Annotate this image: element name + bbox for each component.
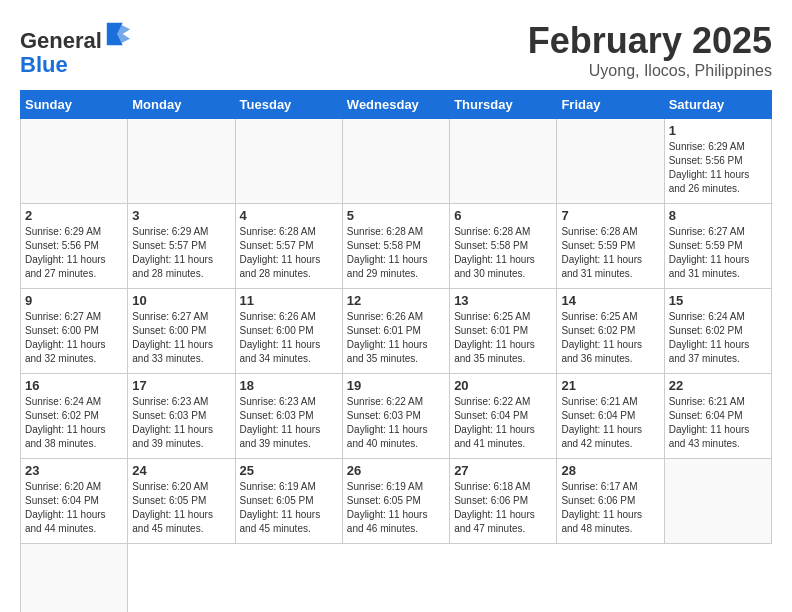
day-number: 19: [347, 378, 445, 393]
day-info: Sunrise: 6:21 AM Sunset: 6:04 PM Dayligh…: [561, 395, 659, 451]
calendar-cell: 7Sunrise: 6:28 AM Sunset: 5:59 PM Daylig…: [557, 204, 664, 289]
day-info: Sunrise: 6:23 AM Sunset: 6:03 PM Dayligh…: [240, 395, 338, 451]
day-info: Sunrise: 6:25 AM Sunset: 6:01 PM Dayligh…: [454, 310, 552, 366]
calendar-cell: 11Sunrise: 6:26 AM Sunset: 6:00 PM Dayli…: [235, 289, 342, 374]
day-number: 16: [25, 378, 123, 393]
calendar-cell: 8Sunrise: 6:27 AM Sunset: 5:59 PM Daylig…: [664, 204, 771, 289]
day-number: 4: [240, 208, 338, 223]
calendar-cell: 23Sunrise: 6:20 AM Sunset: 6:04 PM Dayli…: [21, 459, 128, 544]
day-number: 27: [454, 463, 552, 478]
weekday-header-monday: Monday: [128, 91, 235, 119]
calendar-cell: 5Sunrise: 6:28 AM Sunset: 5:58 PM Daylig…: [342, 204, 449, 289]
calendar-cell: 24Sunrise: 6:20 AM Sunset: 6:05 PM Dayli…: [128, 459, 235, 544]
calendar-cell: 25Sunrise: 6:19 AM Sunset: 6:05 PM Dayli…: [235, 459, 342, 544]
day-number: 8: [669, 208, 767, 223]
calendar-cell: 27Sunrise: 6:18 AM Sunset: 6:06 PM Dayli…: [450, 459, 557, 544]
calendar-cell: 13Sunrise: 6:25 AM Sunset: 6:01 PM Dayli…: [450, 289, 557, 374]
weekday-header-saturday: Saturday: [664, 91, 771, 119]
day-number: 1: [669, 123, 767, 138]
weekday-header-sunday: Sunday: [21, 91, 128, 119]
day-number: 20: [454, 378, 552, 393]
calendar-cell: [21, 544, 128, 613]
day-number: 23: [25, 463, 123, 478]
day-info: Sunrise: 6:28 AM Sunset: 5:59 PM Dayligh…: [561, 225, 659, 281]
weekday-header-tuesday: Tuesday: [235, 91, 342, 119]
day-info: Sunrise: 6:28 AM Sunset: 5:57 PM Dayligh…: [240, 225, 338, 281]
day-info: Sunrise: 6:19 AM Sunset: 6:05 PM Dayligh…: [347, 480, 445, 536]
day-number: 10: [132, 293, 230, 308]
calendar-cell: [664, 459, 771, 544]
calendar-cell: [342, 119, 449, 204]
calendar-body: 1Sunrise: 6:29 AM Sunset: 5:56 PM Daylig…: [21, 119, 772, 613]
day-info: Sunrise: 6:24 AM Sunset: 6:02 PM Dayligh…: [669, 310, 767, 366]
calendar-cell: 4Sunrise: 6:28 AM Sunset: 5:57 PM Daylig…: [235, 204, 342, 289]
day-number: 12: [347, 293, 445, 308]
calendar-row-2: 9Sunrise: 6:27 AM Sunset: 6:00 PM Daylig…: [21, 289, 772, 374]
calendar-cell: 2Sunrise: 6:29 AM Sunset: 5:56 PM Daylig…: [21, 204, 128, 289]
calendar-cell: [235, 119, 342, 204]
day-info: Sunrise: 6:25 AM Sunset: 6:02 PM Dayligh…: [561, 310, 659, 366]
subtitle: Uyong, Ilocos, Philippines: [528, 62, 772, 80]
day-info: Sunrise: 6:21 AM Sunset: 6:04 PM Dayligh…: [669, 395, 767, 451]
day-info: Sunrise: 6:29 AM Sunset: 5:56 PM Dayligh…: [25, 225, 123, 281]
day-info: Sunrise: 6:28 AM Sunset: 5:58 PM Dayligh…: [347, 225, 445, 281]
day-number: 15: [669, 293, 767, 308]
calendar-cell: 18Sunrise: 6:23 AM Sunset: 6:03 PM Dayli…: [235, 374, 342, 459]
day-number: 28: [561, 463, 659, 478]
svg-marker-1: [117, 23, 130, 45]
day-number: 14: [561, 293, 659, 308]
calendar-cell: [21, 119, 128, 204]
calendar-cell: 20Sunrise: 6:22 AM Sunset: 6:04 PM Dayli…: [450, 374, 557, 459]
calendar-cell: 10Sunrise: 6:27 AM Sunset: 6:00 PM Dayli…: [128, 289, 235, 374]
day-number: 3: [132, 208, 230, 223]
day-number: 9: [25, 293, 123, 308]
day-number: 22: [669, 378, 767, 393]
calendar-cell: 15Sunrise: 6:24 AM Sunset: 6:02 PM Dayli…: [664, 289, 771, 374]
day-info: Sunrise: 6:20 AM Sunset: 6:04 PM Dayligh…: [25, 480, 123, 536]
day-info: Sunrise: 6:29 AM Sunset: 5:56 PM Dayligh…: [669, 140, 767, 196]
day-info: Sunrise: 6:27 AM Sunset: 6:00 PM Dayligh…: [132, 310, 230, 366]
day-number: 17: [132, 378, 230, 393]
day-number: 11: [240, 293, 338, 308]
calendar-cell: 1Sunrise: 6:29 AM Sunset: 5:56 PM Daylig…: [664, 119, 771, 204]
day-number: 2: [25, 208, 123, 223]
header: General Blue February 2025 Uyong, Ilocos…: [20, 20, 772, 80]
calendar-cell: 19Sunrise: 6:22 AM Sunset: 6:03 PM Dayli…: [342, 374, 449, 459]
day-info: Sunrise: 6:29 AM Sunset: 5:57 PM Dayligh…: [132, 225, 230, 281]
day-number: 24: [132, 463, 230, 478]
calendar-row-4: 23Sunrise: 6:20 AM Sunset: 6:04 PM Dayli…: [21, 459, 772, 544]
calendar-cell: 3Sunrise: 6:29 AM Sunset: 5:57 PM Daylig…: [128, 204, 235, 289]
calendar-cell: 22Sunrise: 6:21 AM Sunset: 6:04 PM Dayli…: [664, 374, 771, 459]
day-info: Sunrise: 6:22 AM Sunset: 6:03 PM Dayligh…: [347, 395, 445, 451]
logo-flag-icon: [104, 20, 132, 48]
day-info: Sunrise: 6:28 AM Sunset: 5:58 PM Dayligh…: [454, 225, 552, 281]
day-number: 26: [347, 463, 445, 478]
day-number: 25: [240, 463, 338, 478]
calendar-row-1: 2Sunrise: 6:29 AM Sunset: 5:56 PM Daylig…: [21, 204, 772, 289]
calendar-cell: 16Sunrise: 6:24 AM Sunset: 6:02 PM Dayli…: [21, 374, 128, 459]
weekday-header-thursday: Thursday: [450, 91, 557, 119]
main-title: February 2025: [528, 20, 772, 62]
day-info: Sunrise: 6:27 AM Sunset: 5:59 PM Dayligh…: [669, 225, 767, 281]
calendar-cell: 9Sunrise: 6:27 AM Sunset: 6:00 PM Daylig…: [21, 289, 128, 374]
day-info: Sunrise: 6:23 AM Sunset: 6:03 PM Dayligh…: [132, 395, 230, 451]
calendar-cell: 26Sunrise: 6:19 AM Sunset: 6:05 PM Dayli…: [342, 459, 449, 544]
day-number: 18: [240, 378, 338, 393]
calendar-row-3: 16Sunrise: 6:24 AM Sunset: 6:02 PM Dayli…: [21, 374, 772, 459]
calendar-cell: [450, 119, 557, 204]
calendar-cell: [128, 119, 235, 204]
day-info: Sunrise: 6:27 AM Sunset: 6:00 PM Dayligh…: [25, 310, 123, 366]
calendar-cell: 17Sunrise: 6:23 AM Sunset: 6:03 PM Dayli…: [128, 374, 235, 459]
day-number: 7: [561, 208, 659, 223]
logo: General Blue: [20, 20, 132, 77]
calendar-cell: 21Sunrise: 6:21 AM Sunset: 6:04 PM Dayli…: [557, 374, 664, 459]
day-info: Sunrise: 6:26 AM Sunset: 6:00 PM Dayligh…: [240, 310, 338, 366]
day-info: Sunrise: 6:22 AM Sunset: 6:04 PM Dayligh…: [454, 395, 552, 451]
calendar-cell: 28Sunrise: 6:17 AM Sunset: 6:06 PM Dayli…: [557, 459, 664, 544]
day-info: Sunrise: 6:26 AM Sunset: 6:01 PM Dayligh…: [347, 310, 445, 366]
weekday-header-wednesday: Wednesday: [342, 91, 449, 119]
calendar: SundayMondayTuesdayWednesdayThursdayFrid…: [20, 90, 772, 612]
calendar-cell: 14Sunrise: 6:25 AM Sunset: 6:02 PM Dayli…: [557, 289, 664, 374]
logo-blue-text: Blue: [20, 52, 68, 77]
calendar-cell: 6Sunrise: 6:28 AM Sunset: 5:58 PM Daylig…: [450, 204, 557, 289]
